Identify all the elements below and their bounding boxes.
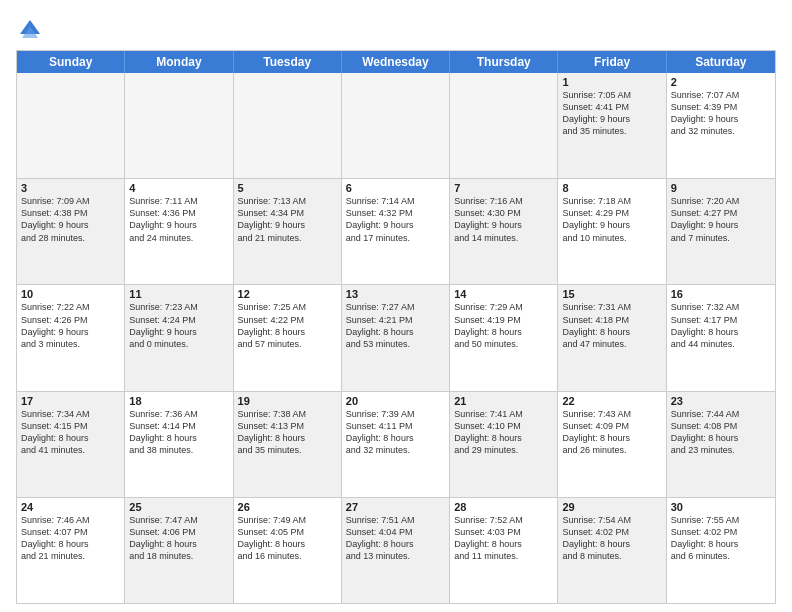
calendar-cell: 17Sunrise: 7:34 AM Sunset: 4:15 PM Dayli… [17, 392, 125, 497]
calendar-cell [125, 73, 233, 178]
day-number: 14 [454, 288, 553, 300]
day-number: 20 [346, 395, 445, 407]
cell-info: Sunrise: 7:55 AM Sunset: 4:02 PM Dayligh… [671, 514, 771, 563]
cell-info: Sunrise: 7:51 AM Sunset: 4:04 PM Dayligh… [346, 514, 445, 563]
cell-info: Sunrise: 7:32 AM Sunset: 4:17 PM Dayligh… [671, 301, 771, 350]
day-number: 6 [346, 182, 445, 194]
calendar-header-cell: Saturday [667, 51, 775, 73]
day-number: 9 [671, 182, 771, 194]
cell-info: Sunrise: 7:31 AM Sunset: 4:18 PM Dayligh… [562, 301, 661, 350]
calendar-row: 3Sunrise: 7:09 AM Sunset: 4:38 PM Daylig… [17, 179, 775, 285]
calendar-row: 17Sunrise: 7:34 AM Sunset: 4:15 PM Dayli… [17, 392, 775, 498]
calendar-cell: 30Sunrise: 7:55 AM Sunset: 4:02 PM Dayli… [667, 498, 775, 603]
calendar-cell: 24Sunrise: 7:46 AM Sunset: 4:07 PM Dayli… [17, 498, 125, 603]
cell-info: Sunrise: 7:25 AM Sunset: 4:22 PM Dayligh… [238, 301, 337, 350]
calendar-cell: 20Sunrise: 7:39 AM Sunset: 4:11 PM Dayli… [342, 392, 450, 497]
day-number: 16 [671, 288, 771, 300]
day-number: 29 [562, 501, 661, 513]
cell-info: Sunrise: 7:54 AM Sunset: 4:02 PM Dayligh… [562, 514, 661, 563]
day-number: 13 [346, 288, 445, 300]
day-number: 4 [129, 182, 228, 194]
cell-info: Sunrise: 7:36 AM Sunset: 4:14 PM Dayligh… [129, 408, 228, 457]
calendar-cell: 29Sunrise: 7:54 AM Sunset: 4:02 PM Dayli… [558, 498, 666, 603]
cell-info: Sunrise: 7:16 AM Sunset: 4:30 PM Dayligh… [454, 195, 553, 244]
day-number: 21 [454, 395, 553, 407]
calendar-header: SundayMondayTuesdayWednesdayThursdayFrid… [17, 51, 775, 73]
day-number: 26 [238, 501, 337, 513]
cell-info: Sunrise: 7:23 AM Sunset: 4:24 PM Dayligh… [129, 301, 228, 350]
calendar-cell: 23Sunrise: 7:44 AM Sunset: 4:08 PM Dayli… [667, 392, 775, 497]
day-number: 7 [454, 182, 553, 194]
day-number: 25 [129, 501, 228, 513]
calendar-cell: 21Sunrise: 7:41 AM Sunset: 4:10 PM Dayli… [450, 392, 558, 497]
calendar-cell [234, 73, 342, 178]
logo [16, 16, 48, 44]
cell-info: Sunrise: 7:07 AM Sunset: 4:39 PM Dayligh… [671, 89, 771, 138]
calendar-cell: 9Sunrise: 7:20 AM Sunset: 4:27 PM Daylig… [667, 179, 775, 284]
day-number: 1 [562, 76, 661, 88]
day-number: 8 [562, 182, 661, 194]
calendar-cell [450, 73, 558, 178]
calendar-cell: 8Sunrise: 7:18 AM Sunset: 4:29 PM Daylig… [558, 179, 666, 284]
calendar-cell [17, 73, 125, 178]
cell-info: Sunrise: 7:11 AM Sunset: 4:36 PM Dayligh… [129, 195, 228, 244]
calendar-cell: 4Sunrise: 7:11 AM Sunset: 4:36 PM Daylig… [125, 179, 233, 284]
cell-info: Sunrise: 7:09 AM Sunset: 4:38 PM Dayligh… [21, 195, 120, 244]
header [16, 12, 776, 44]
calendar-header-cell: Sunday [17, 51, 125, 73]
cell-info: Sunrise: 7:27 AM Sunset: 4:21 PM Dayligh… [346, 301, 445, 350]
calendar-row: 24Sunrise: 7:46 AM Sunset: 4:07 PM Dayli… [17, 498, 775, 603]
cell-info: Sunrise: 7:20 AM Sunset: 4:27 PM Dayligh… [671, 195, 771, 244]
day-number: 5 [238, 182, 337, 194]
calendar-body: 1Sunrise: 7:05 AM Sunset: 4:41 PM Daylig… [17, 73, 775, 603]
calendar-cell: 22Sunrise: 7:43 AM Sunset: 4:09 PM Dayli… [558, 392, 666, 497]
calendar-cell: 18Sunrise: 7:36 AM Sunset: 4:14 PM Dayli… [125, 392, 233, 497]
logo-icon [16, 16, 44, 44]
calendar-cell: 10Sunrise: 7:22 AM Sunset: 4:26 PM Dayli… [17, 285, 125, 390]
cell-info: Sunrise: 7:44 AM Sunset: 4:08 PM Dayligh… [671, 408, 771, 457]
cell-info: Sunrise: 7:38 AM Sunset: 4:13 PM Dayligh… [238, 408, 337, 457]
cell-info: Sunrise: 7:18 AM Sunset: 4:29 PM Dayligh… [562, 195, 661, 244]
day-number: 15 [562, 288, 661, 300]
calendar-cell: 1Sunrise: 7:05 AM Sunset: 4:41 PM Daylig… [558, 73, 666, 178]
day-number: 19 [238, 395, 337, 407]
calendar-cell: 14Sunrise: 7:29 AM Sunset: 4:19 PM Dayli… [450, 285, 558, 390]
cell-info: Sunrise: 7:49 AM Sunset: 4:05 PM Dayligh… [238, 514, 337, 563]
calendar-cell: 26Sunrise: 7:49 AM Sunset: 4:05 PM Dayli… [234, 498, 342, 603]
day-number: 3 [21, 182, 120, 194]
calendar-cell: 5Sunrise: 7:13 AM Sunset: 4:34 PM Daylig… [234, 179, 342, 284]
day-number: 10 [21, 288, 120, 300]
calendar-cell: 16Sunrise: 7:32 AM Sunset: 4:17 PM Dayli… [667, 285, 775, 390]
calendar-cell: 25Sunrise: 7:47 AM Sunset: 4:06 PM Dayli… [125, 498, 233, 603]
calendar-cell: 7Sunrise: 7:16 AM Sunset: 4:30 PM Daylig… [450, 179, 558, 284]
calendar-header-cell: Tuesday [234, 51, 342, 73]
cell-info: Sunrise: 7:43 AM Sunset: 4:09 PM Dayligh… [562, 408, 661, 457]
day-number: 2 [671, 76, 771, 88]
cell-info: Sunrise: 7:41 AM Sunset: 4:10 PM Dayligh… [454, 408, 553, 457]
day-number: 11 [129, 288, 228, 300]
page: SundayMondayTuesdayWednesdayThursdayFrid… [0, 0, 792, 612]
calendar-cell: 6Sunrise: 7:14 AM Sunset: 4:32 PM Daylig… [342, 179, 450, 284]
day-number: 28 [454, 501, 553, 513]
calendar-cell: 28Sunrise: 7:52 AM Sunset: 4:03 PM Dayli… [450, 498, 558, 603]
cell-info: Sunrise: 7:46 AM Sunset: 4:07 PM Dayligh… [21, 514, 120, 563]
day-number: 30 [671, 501, 771, 513]
calendar-header-cell: Monday [125, 51, 233, 73]
day-number: 18 [129, 395, 228, 407]
calendar-cell [342, 73, 450, 178]
cell-info: Sunrise: 7:13 AM Sunset: 4:34 PM Dayligh… [238, 195, 337, 244]
cell-info: Sunrise: 7:14 AM Sunset: 4:32 PM Dayligh… [346, 195, 445, 244]
calendar-header-cell: Thursday [450, 51, 558, 73]
calendar-cell: 13Sunrise: 7:27 AM Sunset: 4:21 PM Dayli… [342, 285, 450, 390]
day-number: 24 [21, 501, 120, 513]
cell-info: Sunrise: 7:47 AM Sunset: 4:06 PM Dayligh… [129, 514, 228, 563]
calendar-cell: 11Sunrise: 7:23 AM Sunset: 4:24 PM Dayli… [125, 285, 233, 390]
cell-info: Sunrise: 7:05 AM Sunset: 4:41 PM Dayligh… [562, 89, 661, 138]
calendar-row: 10Sunrise: 7:22 AM Sunset: 4:26 PM Dayli… [17, 285, 775, 391]
cell-info: Sunrise: 7:22 AM Sunset: 4:26 PM Dayligh… [21, 301, 120, 350]
calendar-cell: 2Sunrise: 7:07 AM Sunset: 4:39 PM Daylig… [667, 73, 775, 178]
cell-info: Sunrise: 7:34 AM Sunset: 4:15 PM Dayligh… [21, 408, 120, 457]
day-number: 27 [346, 501, 445, 513]
calendar-cell: 27Sunrise: 7:51 AM Sunset: 4:04 PM Dayli… [342, 498, 450, 603]
calendar-header-cell: Wednesday [342, 51, 450, 73]
